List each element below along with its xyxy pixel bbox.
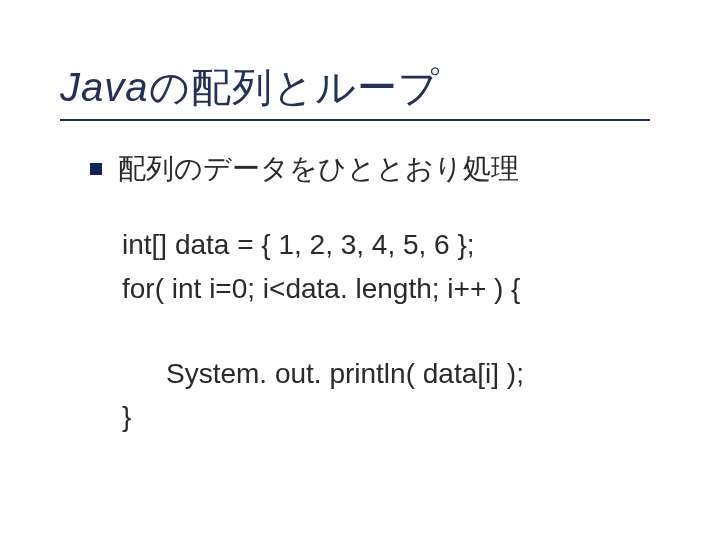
code-line-1: int[] data = { 1, 2, 3, 4, 5, 6 }; (122, 223, 670, 266)
bullet-text: 配列のデータをひととおり処理 (118, 149, 519, 188)
slide: Javaの配列とループ 配列のデータをひととおり処理 int[] data = … (0, 0, 720, 540)
title-italic-part: Java (60, 65, 149, 110)
code-block: int[] data = { 1, 2, 3, 4, 5, 6 }; for( … (122, 223, 670, 439)
slide-body: 配列のデータをひととおり処理 int[] data = { 1, 2, 3, 4… (90, 149, 670, 439)
slide-title: Javaの配列とループ (60, 60, 650, 115)
square-bullet-icon (90, 163, 102, 175)
title-underline: Javaの配列とループ (60, 60, 650, 121)
code-blank-line (122, 310, 670, 352)
title-rest-part: の配列とループ (149, 65, 440, 109)
code-line-4: } (122, 395, 670, 438)
code-line-3: System. out. println( data[i] ); (122, 352, 670, 395)
code-line-2: for( int i=0; i<data. length; i++ ) { (122, 267, 670, 310)
bullet-item: 配列のデータをひととおり処理 (90, 149, 670, 188)
